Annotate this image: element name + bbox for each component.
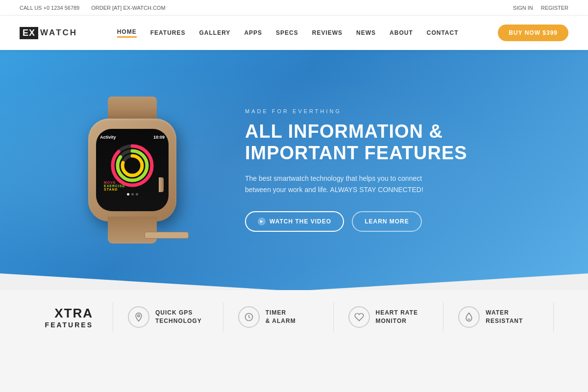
nav-home[interactable]: HOME <box>117 28 137 38</box>
timer-label: TIMER& ALARM <box>266 309 296 325</box>
hero-buttons: ▶ WATCH THE VIDEO LEARN MORE <box>245 211 549 232</box>
watch-container: Activity 10:09 <box>74 97 191 244</box>
xtra-title: XTRA FEATURES <box>29 306 108 329</box>
nav-features[interactable]: FEATURES <box>150 29 186 36</box>
nav-contact[interactable]: CONTACT <box>427 29 459 36</box>
watch-screen: Activity 10:09 <box>96 129 169 211</box>
gps-label: QUICK GPSTECHNOLOGY <box>155 309 202 325</box>
hero-section: Activity 10:09 <box>0 50 588 290</box>
dot-3 <box>136 193 138 196</box>
hero-content: Activity 10:09 <box>0 97 588 244</box>
nav-about[interactable]: ABOUT <box>390 29 413 36</box>
top-bar: CALL US +0 1234 56789 ORDER [AT] EX-WATC… <box>0 0 588 16</box>
time-label: 10:09 <box>153 135 165 140</box>
features-label: FEATURES <box>29 321 93 329</box>
nav-gallery[interactable]: GALLERY <box>199 29 230 36</box>
watch-crown <box>159 177 164 192</box>
watch-video-label: WATCH THE VIDEO <box>270 218 331 225</box>
screen-header: Activity 10:09 <box>100 135 165 140</box>
band-clasp <box>145 232 189 239</box>
divider-1 <box>113 302 113 332</box>
main-nav: HOME FEATURES GALLERY APPS SPECS REVIEWS… <box>117 28 459 38</box>
feature-gps: QUICK GPSTECHNOLOGY <box>118 306 218 328</box>
signin-link[interactable]: SIGN IN <box>513 5 533 11</box>
screen-content: Activity 10:09 <box>96 129 169 211</box>
features-bar: XTRA FEATURES QUICK GPSTECHNOLOGY TIMER&… <box>0 290 588 344</box>
nav-apps[interactable]: APPS <box>244 29 262 36</box>
learn-more-button[interactable]: LEARN MORE <box>352 211 422 232</box>
rings-svg <box>110 144 154 188</box>
gps-icon <box>134 312 144 322</box>
hero-tagline: MADE FOR EVERTHING <box>245 108 549 114</box>
heart-icon <box>354 312 364 322</box>
call-info: CALL US +0 1234 56789 <box>20 5 79 11</box>
watch-band-top <box>108 97 157 121</box>
water-icon <box>464 312 474 322</box>
divider-4 <box>443 302 443 332</box>
xtra-label: XTRA <box>29 306 93 321</box>
buy-button[interactable]: BUY NOW $399 <box>498 24 568 41</box>
dot-1 <box>127 193 129 196</box>
activity-rings <box>110 144 154 188</box>
hero-title-line1: ALL INFORMATION & <box>245 121 443 142</box>
top-bar-left: CALL US +0 1234 56789 ORDER [AT] EX-WATC… <box>20 5 166 11</box>
divider-2 <box>223 302 223 332</box>
hero-text: MADE FOR EVERTHING ALL INFORMATION & IMP… <box>225 108 549 232</box>
timer-icon-circle <box>238 306 260 328</box>
water-label: WATERRESISTANT <box>486 309 523 325</box>
top-bar-right: SIGN IN REGISTER <box>513 5 568 11</box>
hero-title: ALL INFORMATION & IMPORTANT FEATURES <box>245 121 549 164</box>
heart-icon-circle <box>348 306 370 328</box>
activity-label: Activity <box>100 135 116 140</box>
dots-indicator <box>127 193 138 196</box>
bottom-area <box>0 344 588 392</box>
logo[interactable]: EX WATCH <box>20 27 77 39</box>
water-icon-circle <box>458 306 480 328</box>
heart-label: HEART RATEMONITOR <box>376 309 418 325</box>
timer-icon <box>244 312 254 322</box>
watch-body: Activity 10:09 <box>88 119 176 221</box>
nav-specs[interactable]: SPECS <box>276 29 298 36</box>
watch-illustration: Activity 10:09 <box>39 97 225 244</box>
watch-video-button[interactable]: ▶ WATCH THE VIDEO <box>245 211 344 232</box>
divider-3 <box>333 302 334 332</box>
header: EX WATCH HOME FEATURES GALLERY APPS SPEC… <box>0 16 588 50</box>
logo-watch: WATCH <box>40 28 77 38</box>
register-link[interactable]: REGISTER <box>541 5 568 11</box>
svg-point-6 <box>138 315 140 317</box>
feature-timer: TIMER& ALARM <box>228 306 328 328</box>
nav-news[interactable]: NEWS <box>356 29 376 36</box>
watch-band-bottom <box>108 217 157 244</box>
gps-icon-circle <box>128 306 149 328</box>
feature-heart: HEART RATEMONITOR <box>339 306 439 328</box>
divider-5 <box>553 302 554 332</box>
logo-ex: EX <box>20 27 38 39</box>
hero-title-line2: IMPORTANT FEATURES <box>245 143 467 163</box>
play-icon: ▶ <box>258 218 266 225</box>
feature-water: WATERRESISTANT <box>448 306 548 328</box>
hero-description: The best smartwatch technology that help… <box>245 173 441 196</box>
dot-2 <box>131 193 134 196</box>
nav-reviews[interactable]: REVIEWS <box>312 29 343 36</box>
order-email: ORDER [AT] EX-WATCH.COM <box>91 5 165 11</box>
